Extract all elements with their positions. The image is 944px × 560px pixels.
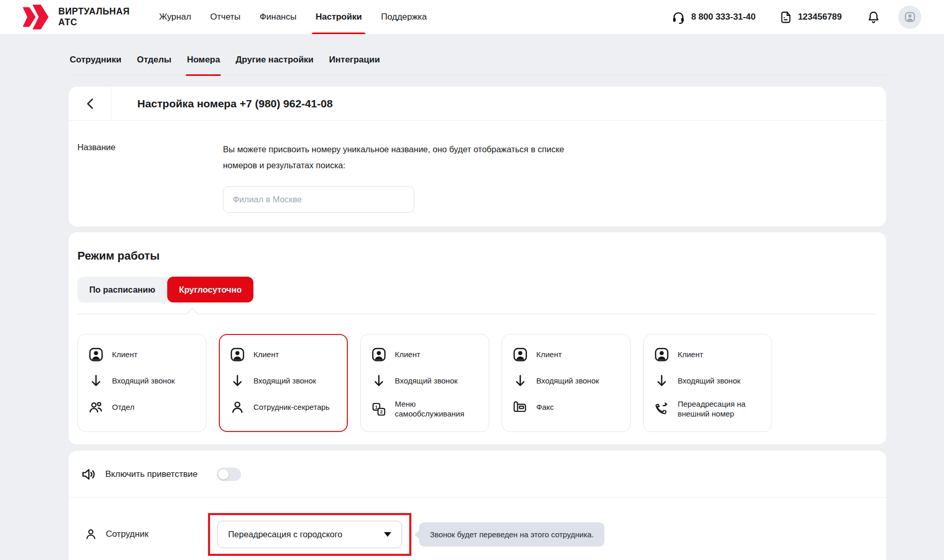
flow-label: Клиент xyxy=(678,350,703,360)
flow-card-department[interactable]: Клиент Входящий звонок xyxy=(77,334,206,432)
name-row: Название Вы можете присвоить номеру уник… xyxy=(69,121,886,227)
mode-tab-always-on[interactable]: Круглосуточно xyxy=(167,277,253,302)
app-header: ВИРТУАЛЬНАЯ АТС Журнал Отчеты Финансы На… xyxy=(0,0,944,34)
flow-row-incoming: Входящий звонок xyxy=(513,373,620,389)
flow-label: Входящий звонок xyxy=(395,376,458,386)
employee-select[interactable]: Переадресация с городского xyxy=(217,521,402,548)
flow-row-client: Клиент xyxy=(371,347,478,362)
support-phone[interactable]: 8 800 333-31-40 xyxy=(671,10,756,24)
flow-row-client: Клиент xyxy=(230,347,337,362)
flow-row-target: Сотрудник-секретарь xyxy=(230,399,337,415)
employee-left: Сотрудник xyxy=(84,527,208,541)
greeting-row: Включить приветствие xyxy=(69,451,886,497)
page-title: Настройка номера +7 (980) 962-41-08 xyxy=(111,87,333,120)
annotation-highlight-box: Переадресация с городского xyxy=(208,513,411,556)
flow-card-ivr-menu[interactable]: Клиент Входящий звонок 1 xyxy=(360,334,489,432)
flow-row-target: 1 2 Меню самообслуживания xyxy=(371,399,478,419)
mode-divider xyxy=(77,314,877,314)
nav-item-settings[interactable]: Настройки xyxy=(314,0,363,34)
flow-card-fax[interactable]: Клиент Входящий звонок xyxy=(502,334,631,432)
phone-forward-icon xyxy=(654,402,669,417)
name-description: Вы можете присвоить номеру уникальное на… xyxy=(223,141,584,173)
bell-icon xyxy=(867,10,881,24)
contact-card-icon xyxy=(654,347,669,362)
person-icon xyxy=(230,399,245,415)
flow-row-target: Факс xyxy=(513,399,620,415)
arrow-down-icon xyxy=(230,373,245,389)
settings-sub-tabs: Сотрудники Отделы Номера Другие настройк… xyxy=(69,55,886,75)
greeting-toggle[interactable] xyxy=(217,468,241,481)
logo[interactable]: ВИРТУАЛЬНАЯ АТС xyxy=(22,5,130,29)
flow-label: Отдел xyxy=(112,403,134,412)
flow-label: Переадресация на внешний номер xyxy=(678,399,761,419)
fax-icon xyxy=(513,399,528,415)
account[interactable]: 123456789 xyxy=(779,11,842,24)
speaker-icon xyxy=(81,467,97,482)
mode-tab-schedule[interactable]: По расписанию xyxy=(77,277,167,302)
flow-label: Меню самообслуживания xyxy=(395,399,478,419)
number-settings-card: Настройка номера +7 (980) 962-41-08 Назв… xyxy=(69,87,886,227)
employee-label: Сотрудник xyxy=(106,529,149,539)
notifications-button[interactable] xyxy=(867,10,881,24)
contact-card-icon xyxy=(513,347,528,362)
work-mode-title: Режим работы xyxy=(77,249,886,263)
user-avatar[interactable] xyxy=(898,6,921,29)
nav-item-journal[interactable]: Журнал xyxy=(157,0,193,34)
main-nav: Журнал Отчеты Финансы Настройки Поддержк… xyxy=(157,0,444,34)
department-icon xyxy=(88,399,104,415)
flow-row-incoming: Входящий звонок xyxy=(230,373,337,389)
header-right: 8 800 333-31-40 123456789 xyxy=(671,6,921,29)
employee-select-value: Переадресация с городского xyxy=(228,530,342,539)
avatar-user-icon xyxy=(904,11,916,23)
flow-row-client: Клиент xyxy=(513,347,620,362)
call-flow-options: Клиент Входящий звонок xyxy=(77,334,877,432)
flow-row-client: Клиент xyxy=(88,347,196,362)
chevron-left-icon xyxy=(86,98,94,109)
tab-numbers[interactable]: Номера xyxy=(186,55,221,75)
title-row: Настройка номера +7 (980) 962-41-08 xyxy=(69,87,886,121)
name-main: Вы можете присвоить номеру уникальное на… xyxy=(223,141,584,213)
flow-label: Клиент xyxy=(536,350,562,360)
nav-item-reports[interactable]: Отчеты xyxy=(209,0,242,34)
flow-card-external-forward[interactable]: Клиент Входящий звонок xyxy=(643,334,772,432)
flow-row-incoming: Входящий звонок xyxy=(654,373,761,389)
account-number: 123456789 xyxy=(798,12,842,22)
arrow-down-icon xyxy=(654,373,669,389)
nav-item-support[interactable]: Поддержка xyxy=(379,0,428,34)
person-icon xyxy=(84,527,98,541)
bill-icon xyxy=(779,11,792,24)
flow-card-secretary[interactable]: Клиент Входящий звонок xyxy=(219,334,348,432)
logo-text: ВИРТУАЛЬНАЯ АТС xyxy=(58,6,130,27)
nav-item-finance[interactable]: Финансы xyxy=(258,0,298,34)
svg-text:2: 2 xyxy=(380,409,382,414)
flow-label: Входящий звонок xyxy=(678,376,741,386)
flow-label: Входящий звонок xyxy=(253,376,316,386)
svg-text:1: 1 xyxy=(375,404,378,409)
support-phone-number: 8 800 333-31-40 xyxy=(691,12,756,22)
flow-label: Входящий звонок xyxy=(112,376,175,386)
tab-other-settings[interactable]: Другие настройки xyxy=(234,55,314,75)
flow-row-target: Отдел xyxy=(88,399,196,415)
flow-label: Факс xyxy=(536,403,554,412)
employee-tooltip: Звонок будет переведен на этого сотрудни… xyxy=(419,522,604,547)
flow-row-target: Переадресация на внешний номер xyxy=(654,399,761,419)
flow-label: Входящий звонок xyxy=(536,376,599,386)
flow-label: Сотрудник-секретарь xyxy=(253,403,330,412)
ivr-menu-icon: 1 2 xyxy=(371,402,387,417)
tab-departments[interactable]: Отделы xyxy=(136,55,172,75)
number-name-input[interactable] xyxy=(223,186,414,213)
flow-label: Клиент xyxy=(395,350,420,360)
headset-icon xyxy=(671,10,685,24)
employee-row: Сотрудник Переадресация с городского Зво… xyxy=(69,498,886,560)
tab-integrations[interactable]: Интеграции xyxy=(328,55,381,75)
back-button[interactable] xyxy=(69,87,111,120)
work-mode-tabs: По расписанию Круглосуточно xyxy=(77,277,886,302)
greeting-label: Включить приветствие xyxy=(105,469,198,479)
contact-card-icon xyxy=(230,347,245,362)
flow-row-client: Клиент xyxy=(654,347,761,362)
flow-label: Клиент xyxy=(253,350,279,360)
arrow-down-icon xyxy=(513,373,528,389)
arrow-down-icon xyxy=(371,373,387,389)
tab-employees[interactable]: Сотрудники xyxy=(69,55,122,75)
contact-card-icon xyxy=(88,347,104,362)
